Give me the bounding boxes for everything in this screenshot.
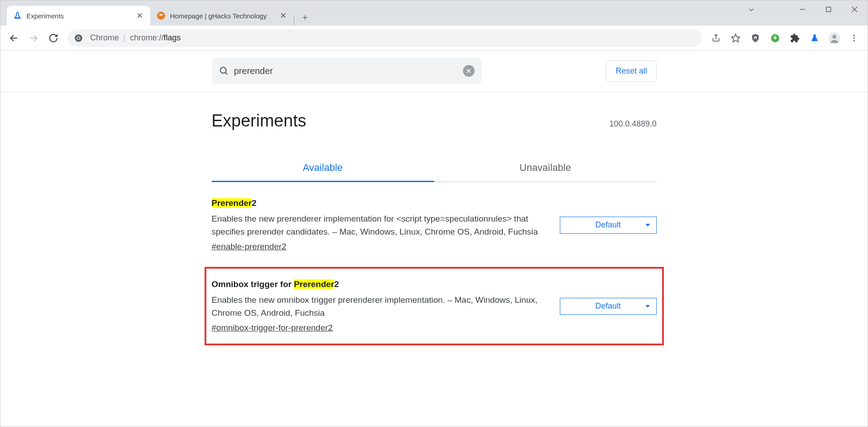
address-bar[interactable]: Chrome | chrome://flags <box>68 29 702 47</box>
tab-title: Homepage | gHacks Technology <box>170 12 279 20</box>
clear-search-icon[interactable]: ✕ <box>463 65 475 77</box>
url-scheme: chrome:// <box>130 33 164 43</box>
browser-tab-1[interactable]: Homepage | gHacks Technology ✕ <box>150 6 294 26</box>
flag-description: Enables the new omnibox trigger prerende… <box>212 294 546 319</box>
share-icon[interactable] <box>707 29 725 47</box>
tab-unavailable[interactable]: Unavailable <box>434 155 657 182</box>
url-label: Chrome <box>90 33 119 43</box>
menu-icon[interactable] <box>845 29 863 47</box>
search-input[interactable] <box>234 66 463 76</box>
close-icon[interactable]: ✕ <box>135 11 144 20</box>
labs-icon[interactable] <box>806 29 824 47</box>
tab-title: Experiments <box>26 12 135 20</box>
window-minimize-button[interactable] <box>789 0 816 18</box>
tab-available[interactable]: Available <box>212 155 434 182</box>
toolbar: Chrome | chrome://flags <box>0 26 868 51</box>
back-button[interactable] <box>5 29 23 47</box>
flag-description: Enables the new prerenderer implementati… <box>212 213 546 238</box>
svg-point-18 <box>833 35 837 39</box>
url-separator: | <box>123 33 126 43</box>
flag-item: Prerender2Enables the new prerenderer im… <box>212 182 657 259</box>
svg-rect-4 <box>826 7 831 12</box>
svg-point-20 <box>853 37 855 39</box>
close-icon[interactable]: ✕ <box>279 11 288 20</box>
svg-point-11 <box>78 37 80 39</box>
profile-avatar[interactable] <box>825 29 843 47</box>
flag-title: Prerender2 <box>212 198 546 208</box>
flag-state-select[interactable]: Default <box>560 298 657 315</box>
flag-title: Omnibox trigger for Prerender2 <box>212 279 546 289</box>
svg-point-22 <box>220 67 226 73</box>
ublock-icon[interactable] <box>746 29 764 47</box>
ghacks-icon <box>157 11 166 20</box>
flag-anchor-link[interactable]: #enable-prerender2 <box>212 242 287 251</box>
idm-icon[interactable] <box>766 29 784 47</box>
reset-all-button[interactable]: Reset all <box>606 61 656 82</box>
url-path: flags <box>164 33 181 43</box>
flag-anchor-link[interactable]: #omnibox-trigger-for-prerender2 <box>212 323 333 332</box>
flask-icon <box>13 11 22 20</box>
window-maximize-button[interactable] <box>816 0 842 18</box>
forward-button[interactable] <box>25 29 43 47</box>
browser-tab-0[interactable]: Experiments ✕ <box>7 6 150 26</box>
titlebar: Experiments ✕ Homepage | gHacks Technolo… <box>0 0 868 26</box>
window-close-button[interactable] <box>842 0 868 18</box>
bookmark-star-icon[interactable] <box>727 29 745 47</box>
flag-item: Omnibox trigger for Prerender2Enables th… <box>205 267 664 345</box>
extensions-icon[interactable] <box>786 29 804 47</box>
svg-line-23 <box>225 72 227 74</box>
tablist-dropdown-icon[interactable] <box>747 6 755 14</box>
page-title: Experiments <box>212 111 306 131</box>
search-icon <box>219 66 229 76</box>
flag-state-select[interactable]: Default <box>560 217 657 234</box>
chrome-version: 100.0.4889.0 <box>609 119 656 129</box>
svg-point-19 <box>853 35 855 36</box>
svg-marker-13 <box>732 34 740 41</box>
reload-button[interactable] <box>44 29 62 47</box>
svg-rect-15 <box>755 37 756 39</box>
svg-point-21 <box>853 40 855 41</box>
new-tab-button[interactable] <box>297 9 313 26</box>
flags-search-box[interactable]: ✕ <box>212 58 482 84</box>
chrome-icon <box>74 34 83 43</box>
tab-separator <box>294 15 294 26</box>
